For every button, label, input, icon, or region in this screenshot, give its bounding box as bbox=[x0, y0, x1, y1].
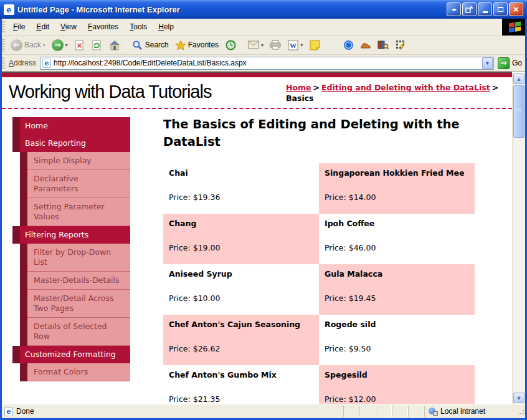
forward-dropdown-arrow[interactable]: ▾ bbox=[65, 42, 68, 48]
sidebar-item-label: Details of Selected Row bbox=[27, 318, 130, 346]
minimize-button[interactable] bbox=[478, 2, 492, 16]
breadcrumb-link-section[interactable]: Editing and Deleting with the DataList bbox=[321, 83, 490, 92]
refresh-button[interactable] bbox=[88, 37, 106, 53]
nav-strip bbox=[20, 290, 27, 318]
sidebar-item-filtering-reports[interactable]: Filtering Reports bbox=[12, 226, 130, 244]
sidebar-item-customized-formatting[interactable]: Customized Formatting bbox=[12, 346, 130, 363]
print-icon bbox=[270, 39, 281, 50]
pan-arrows-button[interactable]: ◂▸ bbox=[447, 2, 461, 16]
nav-notch bbox=[12, 226, 20, 244]
sidebar-item-basic-reporting[interactable]: Basic Reporting bbox=[12, 135, 130, 152]
menu-help[interactable]: Help bbox=[153, 20, 179, 34]
product-item: Singaporean Hokkien Fried MeePrice: $14.… bbox=[319, 163, 475, 214]
stop-icon: × bbox=[74, 39, 85, 50]
vertical-scrollbar[interactable]: ▲ ▼ bbox=[512, 73, 525, 404]
print-button[interactable] bbox=[267, 37, 284, 53]
research-button[interactable] bbox=[374, 37, 392, 53]
product-name: Chang bbox=[169, 219, 316, 228]
home-button[interactable] bbox=[106, 37, 123, 53]
scroll-down-button[interactable]: ▼ bbox=[513, 393, 525, 403]
sidebar-item-setting-parameter-values[interactable]: Setting Parameter Values bbox=[12, 198, 130, 226]
close-button[interactable]: × bbox=[509, 2, 523, 16]
search-button[interactable]: Search bbox=[129, 37, 172, 53]
address-bar: Address e ▼ → Go bbox=[0, 55, 527, 72]
address-input[interactable] bbox=[54, 59, 482, 67]
messenger-button[interactable] bbox=[339, 37, 357, 53]
back-button[interactable]: ← Back ▾ bbox=[7, 37, 49, 53]
product-price: Price: $10.00 bbox=[169, 294, 220, 303]
svg-text:W: W bbox=[290, 41, 297, 49]
product-name: Aniseed Syrup bbox=[169, 269, 316, 279]
product-item: Gula MalaccaPrice: $19.45 bbox=[319, 264, 475, 315]
sidebar-item-home[interactable]: Home bbox=[12, 117, 130, 135]
resize-grip[interactable] bbox=[516, 407, 525, 416]
notes-button[interactable] bbox=[306, 37, 323, 53]
scroll-up-button[interactable]: ▲ bbox=[513, 74, 525, 84]
pop-out-button[interactable] bbox=[462, 2, 477, 16]
window-controls: ◂▸ × bbox=[447, 2, 523, 16]
go-button[interactable]: → Go bbox=[494, 57, 527, 69]
address-label: Address bbox=[9, 59, 36, 67]
maximize-button[interactable] bbox=[493, 2, 508, 16]
minimize-icon bbox=[483, 11, 488, 13]
sidebar-item-label: Declarative Parameters bbox=[27, 170, 130, 198]
sidebar-item-filter-by-dropdown-list[interactable]: Filter by Drop-Down List bbox=[12, 244, 130, 272]
menu-bar: File Edit View Favorites Tools Help bbox=[0, 19, 527, 36]
favorites-label: Favorites bbox=[188, 41, 219, 49]
forward-icon: → bbox=[52, 39, 64, 51]
status-text: Done bbox=[16, 407, 343, 416]
product-name: Rogede sild bbox=[325, 320, 472, 329]
menu-tools[interactable]: Tools bbox=[124, 20, 153, 34]
toolbar-separator bbox=[242, 38, 242, 52]
menu-file[interactable]: File bbox=[7, 20, 31, 34]
title-bar[interactable]: e Untitled Page - Microsoft Internet Exp… bbox=[0, 0, 527, 19]
edit-dropdown-arrow[interactable]: ▾ bbox=[300, 42, 303, 48]
product-price: Price: $26.62 bbox=[169, 344, 220, 353]
sidebar-item-declarative-parameters[interactable]: Declarative Parameters bbox=[12, 170, 130, 198]
sidebar-item-label: Home bbox=[20, 117, 130, 135]
nav-strip bbox=[20, 152, 27, 170]
sidebar-item-details-of-selected-row[interactable]: Details of Selected Row bbox=[12, 318, 130, 346]
address-bar-grip[interactable] bbox=[2, 57, 5, 69]
product-name: Chef Anton's Gumbo Mix bbox=[169, 370, 316, 379]
favorites-button[interactable]: Favorites bbox=[172, 37, 222, 53]
product-item: Aniseed SyrupPrice: $10.00 bbox=[163, 264, 319, 315]
toolbar-grip[interactable] bbox=[2, 39, 5, 52]
addon-pixel-button[interactable] bbox=[392, 37, 409, 53]
page-content: Working with Data Tutorials Home>Editing… bbox=[2, 72, 525, 404]
sidebar-item-label: Filter by Drop-Down List bbox=[27, 244, 130, 272]
sidebar-item-simple-display[interactable]: Simple Display bbox=[12, 152, 130, 170]
stop-button[interactable]: × bbox=[71, 37, 88, 53]
mail-dropdown-arrow[interactable]: ▾ bbox=[261, 42, 264, 48]
sidebar-item-format-colors[interactable]: Format Colors bbox=[12, 363, 130, 381]
status-pane bbox=[408, 406, 424, 417]
status-pane bbox=[359, 406, 376, 417]
product-name: Singaporean Hokkien Fried Mee bbox=[325, 168, 472, 178]
product-price: Price: $12.00 bbox=[325, 394, 376, 404]
breadcrumb: Home>Editing and Deleting with the DataL… bbox=[286, 82, 505, 103]
back-dropdown-arrow[interactable]: ▾ bbox=[43, 42, 45, 48]
menu-favorites[interactable]: Favorites bbox=[82, 20, 124, 34]
address-dropdown-button[interactable]: ▼ bbox=[482, 57, 493, 69]
history-button[interactable] bbox=[222, 37, 239, 53]
breadcrumb-link-home[interactable]: Home bbox=[286, 83, 311, 92]
forward-button[interactable]: → ▾ bbox=[49, 37, 71, 53]
sidebar-item-label: Master-Details-Details bbox=[27, 272, 130, 290]
sidebar-item-master-details-details[interactable]: Master-Details-Details bbox=[12, 272, 130, 290]
main-article: The Basics of Editing and Deleting with … bbox=[163, 116, 475, 404]
favorites-star-icon bbox=[175, 39, 186, 50]
product-item: Chef Anton's Gumbo MixPrice: $21.35 bbox=[163, 365, 319, 404]
sidebar-item-label: Format Colors bbox=[27, 363, 130, 381]
addon-shoe-button[interactable] bbox=[357, 37, 374, 53]
menu-edit[interactable]: Edit bbox=[31, 20, 55, 34]
pixel-lightning-icon bbox=[395, 39, 406, 50]
address-field[interactable]: e ▼ bbox=[40, 57, 494, 70]
menu-bar-grip[interactable] bbox=[2, 21, 5, 32]
edit-with-word-button[interactable]: W ▾ bbox=[284, 37, 306, 53]
scrollbar-thumb[interactable] bbox=[513, 85, 525, 138]
word-icon: W bbox=[287, 39, 298, 50]
sidebar-item-master-detail-across-two-pages[interactable]: Master/Detail Across Two Pages bbox=[12, 290, 130, 318]
menu-view[interactable]: View bbox=[55, 20, 82, 34]
mail-button[interactable]: ▾ bbox=[245, 37, 267, 53]
product-name: Chef Anton's Cajun Seasoning bbox=[169, 320, 316, 329]
